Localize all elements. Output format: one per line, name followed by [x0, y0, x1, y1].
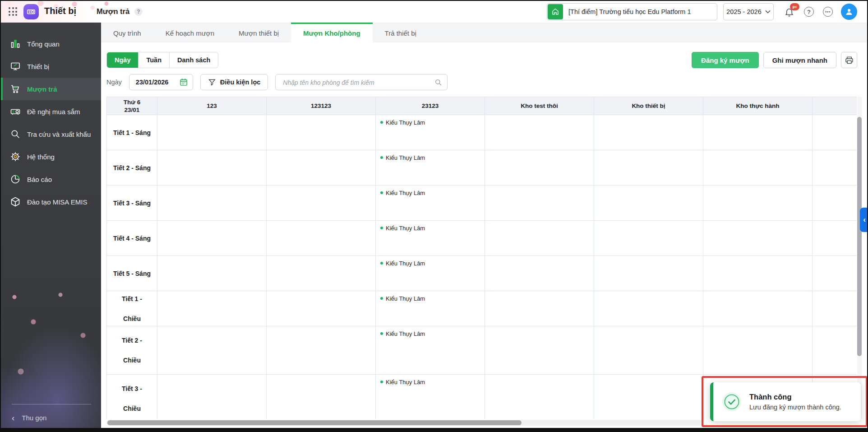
- schedule-cell[interactable]: [594, 150, 703, 186]
- school-year-select[interactable]: 2025 - 2026: [723, 3, 774, 20]
- schedule-cell[interactable]: [813, 221, 857, 256]
- schedule-cell[interactable]: [267, 326, 376, 375]
- view-option-3[interactable]: Danh sách: [169, 52, 218, 68]
- schedule-cell[interactable]: [157, 256, 267, 291]
- schedule-cell[interactable]: [267, 256, 376, 291]
- schedule-cell[interactable]: [485, 150, 594, 186]
- schedule-cell[interactable]: [485, 221, 594, 256]
- booking-entry[interactable]: Kiểu Thụy Lâm: [380, 295, 480, 302]
- schedule-cell[interactable]: [267, 291, 376, 326]
- search-input[interactable]: [282, 74, 433, 91]
- booking-entry[interactable]: Kiểu Thụy Lâm: [380, 260, 480, 267]
- date-picker[interactable]: 23/01/2026: [129, 74, 193, 90]
- sidebar-item-pie[interactable]: Báo cáo: [1, 168, 101, 190]
- view-option-2[interactable]: Tuần: [138, 52, 169, 68]
- sidebar-item-cube[interactable]: Đào tạo MISA EMIS: [1, 190, 101, 213]
- schedule-cell[interactable]: [813, 326, 857, 375]
- schedule-cell[interactable]: [485, 291, 594, 326]
- view-option-1[interactable]: Ngày: [107, 52, 138, 68]
- user-avatar[interactable]: [841, 4, 857, 20]
- sidebar-item-gear[interactable]: Hệ thống: [1, 145, 101, 168]
- horizontal-scrollbar-thumb[interactable]: [107, 420, 522, 425]
- filter-conditions-button[interactable]: Điều kiện lọc: [200, 74, 268, 90]
- sidebar-item-chart[interactable]: Tổng quan: [1, 33, 101, 55]
- sidebar-item-label: Thiết bị: [27, 63, 49, 70]
- help-button[interactable]: ?: [802, 5, 816, 19]
- schedule-cell[interactable]: [157, 326, 267, 375]
- schedule-cell[interactable]: Kiểu Thụy Lâm: [376, 291, 485, 326]
- schedule-cell[interactable]: [703, 326, 813, 375]
- printer-icon: [845, 56, 854, 65]
- schedule-cell[interactable]: [594, 115, 703, 150]
- schedule-cell[interactable]: [594, 291, 703, 326]
- schedule-cell[interactable]: Kiểu Thụy Lâm: [376, 115, 485, 150]
- vertical-scrollbar-thumb[interactable]: [857, 117, 862, 356]
- print-button[interactable]: [841, 52, 857, 68]
- page-help-icon[interactable]: ?: [134, 8, 143, 16]
- schedule-cell[interactable]: [485, 256, 594, 291]
- tab-4[interactable]: Mượn Kho/phòng: [291, 23, 373, 42]
- app-logo-icon[interactable]: [23, 4, 39, 19]
- app-grid-icon[interactable]: [9, 7, 18, 16]
- register-borrow-button[interactable]: Đăng ký mượn: [692, 52, 759, 68]
- schedule-cell[interactable]: [594, 256, 703, 291]
- sidebar-item-monitor[interactable]: Thiết bị: [1, 55, 101, 78]
- booking-entry[interactable]: Kiểu Thụy Lâm: [380, 119, 480, 126]
- search-icon[interactable]: [434, 78, 443, 88]
- schedule-cell[interactable]: [594, 326, 703, 375]
- schedule-cell[interactable]: [157, 291, 267, 326]
- tab-5[interactable]: Trả thiết bị: [373, 23, 429, 42]
- schedule-cell[interactable]: [813, 186, 857, 221]
- schedule-cell[interactable]: [157, 150, 267, 186]
- schedule-cell[interactable]: Kiểu Thụy Lâm: [376, 186, 485, 221]
- booking-entry[interactable]: Kiểu Thụy Lâm: [380, 379, 480, 386]
- booking-entry[interactable]: Kiểu Thụy Lâm: [380, 154, 480, 161]
- schedule-cell[interactable]: [703, 221, 813, 256]
- schedule-cell[interactable]: [157, 221, 267, 256]
- schedule-cell[interactable]: [157, 115, 267, 150]
- schedule-cell[interactable]: [594, 221, 703, 256]
- sidebar-item-projector[interactable]: Đề nghị mua sắm: [1, 100, 101, 123]
- panel-expand-handle[interactable]: ‹: [860, 208, 868, 232]
- schedule-cell[interactable]: Kiểu Thụy Lâm: [376, 221, 485, 256]
- sidebar-collapse-button[interactable]: ‹ Thu gọn: [12, 414, 46, 422]
- schedule-cell[interactable]: [813, 150, 857, 186]
- schedule-cell[interactable]: [703, 150, 813, 186]
- tab-3[interactable]: Mượn thiết bị: [226, 23, 291, 42]
- schedule-cell[interactable]: [267, 115, 376, 150]
- school-selector[interactable]: [Thí điểm] Trường tiểu học Edu Platform …: [547, 3, 717, 20]
- schedule-cell[interactable]: [485, 375, 594, 419]
- quick-borrow-button[interactable]: Ghi mượn nhanh: [763, 52, 836, 68]
- schedule-cell[interactable]: [703, 291, 813, 326]
- tab-2[interactable]: Kế hoạch mượn: [153, 23, 226, 42]
- schedule-cell[interactable]: [267, 221, 376, 256]
- schedule-cell[interactable]: [813, 115, 857, 150]
- booking-entry[interactable]: Kiểu Thụy Lâm: [380, 225, 480, 232]
- booking-entry[interactable]: Kiểu Thụy Lâm: [380, 190, 480, 196]
- booking-entry[interactable]: Kiểu Thụy Lâm: [380, 330, 480, 337]
- schedule-cell[interactable]: [485, 115, 594, 150]
- schedule-cell[interactable]: Kiểu Thụy Lâm: [376, 150, 485, 186]
- schedule-cell[interactable]: [594, 186, 703, 221]
- schedule-cell[interactable]: [703, 186, 813, 221]
- schedule-cell[interactable]: [157, 186, 267, 221]
- schedule-cell[interactable]: Kiểu Thụy Lâm: [376, 375, 485, 419]
- schedule-cell[interactable]: Kiểu Thụy Lâm: [376, 326, 485, 375]
- schedule-cell[interactable]: [813, 256, 857, 291]
- schedule-cell[interactable]: [485, 326, 594, 375]
- schedule-cell[interactable]: [813, 291, 857, 326]
- schedule-cell[interactable]: [157, 375, 267, 419]
- schedule-cell[interactable]: [267, 186, 376, 221]
- schedule-cell[interactable]: [703, 256, 813, 291]
- schedule-cell[interactable]: [267, 375, 376, 419]
- schedule-cell[interactable]: [703, 115, 813, 150]
- schedule-cell[interactable]: [485, 186, 594, 221]
- schedule-cell[interactable]: [594, 375, 703, 419]
- schedule-cell[interactable]: Kiểu Thụy Lâm: [376, 256, 485, 291]
- more-button[interactable]: ⋯: [821, 5, 835, 19]
- schedule-cell[interactable]: [267, 150, 376, 186]
- notifications-button[interactable]: 9+: [782, 5, 796, 19]
- sidebar-item-search[interactable]: Tra cứu và xuất khẩu: [1, 123, 101, 145]
- sidebar-item-cart[interactable]: Mượn trả: [1, 78, 101, 100]
- tab-1[interactable]: Quy trình: [101, 23, 153, 42]
